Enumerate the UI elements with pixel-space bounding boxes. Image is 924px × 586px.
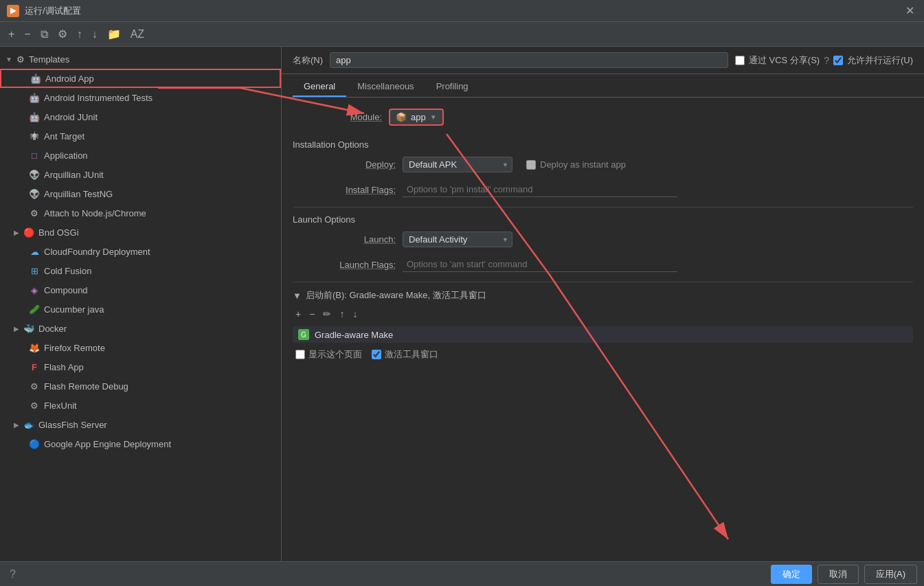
- glassfish-chevron: ▶: [14, 421, 19, 429]
- cancel-button[interactable]: 取消: [818, 565, 859, 584]
- sidebar-item-android-junit[interactable]: 🤖 Android JUnit: [0, 107, 281, 126]
- folder-button[interactable]: 📁: [104, 26, 124, 42]
- sidebar-item-label: Ant Target: [44, 131, 84, 142]
- bnd-chevron: ▶: [14, 229, 19, 236]
- sidebar-item-cold-fusion[interactable]: ⊞ Cold Fusion: [0, 261, 281, 280]
- activate-tool-item: 激活工具窗口: [372, 348, 438, 361]
- deploy-row: Deploy: Default APK APK from app bundle …: [293, 157, 913, 172]
- vcs-checkbox[interactable]: [735, 56, 745, 65]
- sidebar-item-flash-app[interactable]: F Flash App: [0, 357, 281, 376]
- gradle-icon: G: [298, 329, 309, 340]
- sidebar-item-flexunit[interactable]: ⚙ FlexUnit: [0, 396, 281, 415]
- deploy-instant-label: Deploy as instant app: [540, 159, 626, 170]
- sidebar-item-label: Flash Remote Debug: [44, 381, 128, 392]
- deploy-instant-row: Deploy as instant app: [526, 159, 626, 170]
- close-button[interactable]: ✕: [903, 4, 917, 17]
- before-launch-remove-button[interactable]: −: [306, 307, 317, 321]
- sidebar-item-glassfish[interactable]: ▶ 🐟 GlassFish Server: [0, 415, 281, 434]
- android-instrumented-icon: 🤖: [29, 92, 40, 103]
- copy-button[interactable]: ⧉: [38, 27, 51, 42]
- before-launch-chevron: ▼: [293, 291, 302, 301]
- apply-button[interactable]: 应用(A): [864, 565, 917, 584]
- sort-button[interactable]: AZ: [128, 27, 147, 42]
- title-text: 运行/调试配置: [25, 5, 903, 17]
- before-launch-edit-button[interactable]: ✏: [320, 307, 334, 321]
- flexunit-icon: ⚙: [29, 400, 40, 411]
- tab-miscellaneous[interactable]: Miscellaneous: [346, 77, 425, 97]
- sidebar-item-docker[interactable]: ▶ 🐳 Docker: [0, 319, 281, 338]
- sidebar-item-label: Bnd OSGi: [38, 227, 79, 238]
- main-container: ▼ ⚙ Templates 🤖 Android App 🤖 Android In…: [0, 47, 924, 561]
- sidebar-item-cucumber-java[interactable]: 🥒 Cucumber java: [0, 300, 281, 319]
- sidebar-item-label: Compound: [44, 285, 88, 295]
- tab-general[interactable]: General: [293, 77, 346, 97]
- sidebar-item-flash-remote-debug[interactable]: ⚙ Flash Remote Debug: [0, 376, 281, 396]
- move-down-button[interactable]: ↓: [89, 27, 100, 42]
- bottom-bar: ? 确定 取消 应用(A): [0, 561, 924, 586]
- launch-select-wrapper: Default Activity Specified Activity Noth…: [403, 232, 512, 247]
- before-launch-add-button[interactable]: +: [293, 307, 304, 321]
- sidebar-item-label: GlassFish Server: [38, 420, 107, 430]
- settings-button[interactable]: ⚙: [55, 26, 70, 42]
- remove-button[interactable]: −: [21, 27, 33, 42]
- before-launch-header[interactable]: ▼ 启动前(B): Gradle-aware Make, 激活工具窗口: [293, 289, 913, 302]
- sidebar-item-application[interactable]: □ Application: [0, 146, 281, 165]
- move-up-button[interactable]: ↑: [74, 27, 85, 42]
- sidebar-item-firefox-remote[interactable]: 🦊 Firefox Remote: [0, 338, 281, 357]
- allow-parallel-checkbox[interactable]: [833, 56, 843, 65]
- allow-parallel-label: 允许并行运行(U): [847, 54, 913, 67]
- install-flags-input[interactable]: [403, 182, 677, 197]
- before-launch-up-button[interactable]: ↑: [337, 307, 347, 321]
- sidebar-item-label: Docker: [38, 324, 67, 334]
- sidebar-item-cloudfoundry[interactable]: ☁ CloudFoundry Deployment: [0, 242, 281, 261]
- installation-options-title: Installation Options: [293, 139, 913, 150]
- deploy-instant-checkbox[interactable]: [526, 160, 536, 170]
- sidebar-item-label: Android Instrumented Tests: [44, 93, 153, 103]
- toolbar: + − ⧉ ⚙ ↑ ↓ 📁 AZ: [0, 22, 924, 47]
- sidebar-item-label: Google App Engine Deployment: [44, 439, 171, 449]
- sidebar-item-attach-nodejs[interactable]: ⚙ Attach to Node.js/Chrome: [0, 203, 281, 223]
- deploy-select[interactable]: Default APK APK from app bundle Nothing: [403, 157, 512, 172]
- sidebar-item-android-instrumented-tests[interactable]: 🤖 Android Instrumented Tests: [0, 88, 281, 107]
- before-launch-label: 启动前(B): Gradle-aware Make, 激活工具窗口: [306, 289, 486, 302]
- module-value: app: [411, 112, 426, 122]
- check-row: 显示这个页面 激活工具窗口: [295, 348, 913, 361]
- sidebar-item-arquillian-testng[interactable]: 👽 Arquillian TestNG: [0, 184, 281, 203]
- show-page-checkbox[interactable]: [295, 350, 305, 359]
- ant-target-icon: 🕷: [29, 131, 40, 142]
- bottom-right: 确定 取消 应用(A): [771, 565, 917, 584]
- compound-icon: ◈: [29, 284, 40, 295]
- launch-flags-row: Launch Flags:: [293, 257, 913, 272]
- deploy-select-wrapper: Default APK APK from app bundle Nothing: [403, 157, 512, 172]
- sidebar: ▼ ⚙ Templates 🤖 Android App 🤖 Android In…: [0, 47, 282, 561]
- cold-fusion-icon: ⊞: [29, 265, 40, 276]
- help-icon[interactable]: ?: [824, 55, 829, 66]
- name-input[interactable]: [330, 52, 728, 68]
- docker-icon: 🐳: [23, 323, 34, 334]
- before-launch-toolbar: + − ✏ ↑ ↓: [293, 307, 913, 321]
- launch-select[interactable]: Default Activity Specified Activity Noth…: [403, 232, 512, 247]
- glassfish-icon: 🐟: [23, 419, 34, 430]
- before-launch-down-button[interactable]: ↓: [350, 307, 360, 321]
- sidebar-item-label: Application: [44, 150, 88, 161]
- docker-chevron: ▶: [14, 325, 19, 333]
- ok-button[interactable]: 确定: [771, 565, 812, 584]
- sidebar-item-ant-target[interactable]: 🕷 Ant Target: [0, 126, 281, 146]
- right-panel: 名称(N) 通过 VCS 分享(S) ? 允许并行运行(U) General M…: [282, 47, 924, 561]
- sidebar-item-compound[interactable]: ◈ Compound: [0, 280, 281, 300]
- templates-group-header[interactable]: ▼ ⚙ Templates: [0, 49, 281, 69]
- bottom-help-button[interactable]: ?: [7, 567, 19, 582]
- bottom-left: ?: [7, 567, 19, 582]
- tab-profiling[interactable]: Profiling: [425, 77, 480, 97]
- activate-tool-checkbox[interactable]: [372, 350, 381, 359]
- sidebar-item-android-app[interactable]: 🤖 Android App: [0, 69, 281, 88]
- sidebar-item-arquillian-junit[interactable]: 👽 Arquillian JUnit: [0, 165, 281, 184]
- sidebar-item-label: Firefox Remote: [44, 343, 105, 353]
- arquillian-testng-icon: 👽: [29, 188, 40, 199]
- android-app-icon: 🤖: [30, 73, 41, 84]
- sidebar-item-google-app-engine[interactable]: 🔵 Google App Engine Deployment: [0, 434, 281, 453]
- add-button[interactable]: +: [5, 27, 17, 42]
- module-selector[interactable]: 📦 app ▼: [389, 109, 444, 126]
- sidebar-item-bnd-osgi[interactable]: ▶ 🔴 Bnd OSGi: [0, 223, 281, 242]
- launch-flags-input[interactable]: [403, 257, 677, 272]
